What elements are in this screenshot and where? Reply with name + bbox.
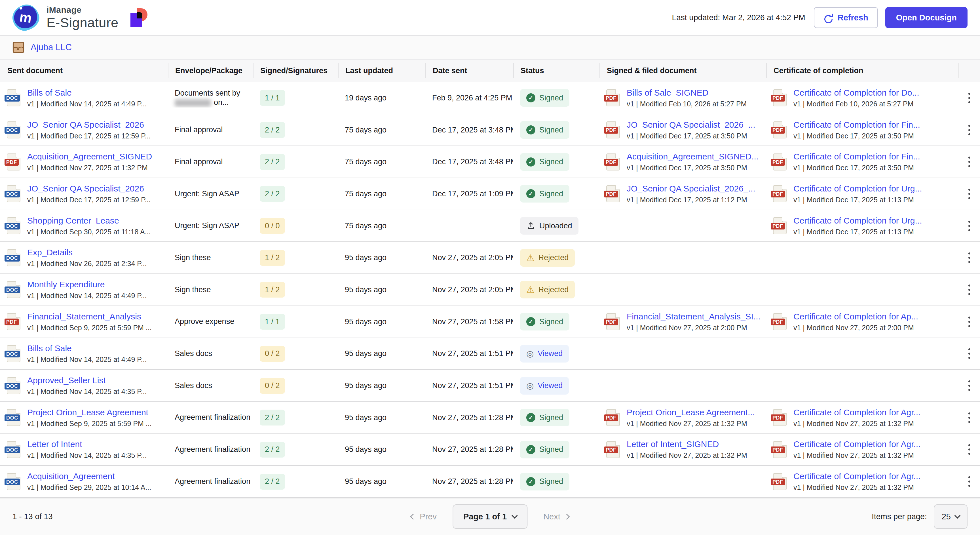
signatures-cell: 0 / 2: [253, 378, 338, 394]
pdf-file-icon: PDF: [773, 89, 787, 107]
signatures-count-badge: 2 / 2: [260, 409, 285, 425]
document-link[interactable]: Certificate of Completion for Fin...: [794, 152, 920, 161]
document-link[interactable]: Approved_Seller List: [27, 376, 147, 385]
document-link[interactable]: Shopping Center_Lease: [27, 216, 151, 226]
row-menu-button[interactable]: [958, 252, 980, 263]
chevron-down-icon: [955, 513, 961, 519]
signatures-count-badge: 2 / 2: [260, 474, 285, 490]
envelope-package-cell: Sign these: [168, 285, 253, 295]
document-link[interactable]: Certificate of Completion for Urg...: [794, 216, 922, 226]
document-link[interactable]: JO_Senior QA Specialist_2026_...: [627, 184, 756, 193]
document-link[interactable]: Bills of Sale_SIGNED: [627, 88, 747, 97]
document-link[interactable]: Certificate of Completion for Urg...: [794, 184, 922, 193]
document-link[interactable]: Certificate of Completion for Fin...: [794, 120, 920, 130]
document-link[interactable]: Project Orion_Lease Agreement: [27, 408, 152, 417]
envelope-name: Agreement finalization: [175, 413, 250, 422]
pdf-file-icon: PDF: [773, 409, 787, 426]
row-menu-button[interactable]: [958, 157, 980, 167]
open-docusign-button[interactable]: Open Docusign: [885, 7, 967, 28]
row-menu-button[interactable]: [958, 317, 980, 327]
document-link[interactable]: Acquisition_Agreement_SIGNED...: [627, 152, 759, 161]
doc-file-icon: DOC: [7, 409, 21, 426]
status-badge-signed: ✓Signed: [520, 441, 570, 459]
document-link[interactable]: Certificate of Completion for Agr...: [794, 471, 921, 481]
status-cell: ⚠Rejected: [513, 249, 600, 267]
envelope-package-cell: Sign these: [168, 253, 253, 263]
document-link[interactable]: Exp_Details: [27, 248, 147, 257]
app-title: E-Signature: [46, 15, 119, 30]
breadcrumb-workspace-link[interactable]: Ajuba LLC: [30, 42, 72, 53]
status-badge-signed: ✓Signed: [520, 185, 570, 202]
status-label: Signed: [539, 126, 563, 134]
document-meta: v1 | Modified Dec 17, 2025 at 12:59 P...: [27, 196, 151, 204]
table-header-row: Sent documentEnvelope/PackageSigned/Sign…: [0, 60, 980, 82]
last-updated-value: 75 days ago: [345, 189, 387, 198]
row-menu-button[interactable]: [958, 381, 980, 391]
date-sent-value: Nov 27, 2025 at 1:28 PM: [432, 445, 513, 454]
row-menu-button[interactable]: [958, 221, 980, 231]
document-link[interactable]: Acquisition_Agreement_SIGNED: [27, 152, 152, 161]
doc-file-icon: DOC: [7, 121, 21, 139]
imanage-logo-icon: m: [13, 5, 39, 30]
signatures-cell: 1 / 1: [253, 90, 338, 106]
document-link[interactable]: Certificate of Completion for Agr...: [794, 408, 921, 417]
certificate-of-completion-cell: PDFCertificate of Completion for Agr...v…: [766, 439, 958, 460]
signatures-cell: 2 / 2: [253, 122, 338, 138]
document-link[interactable]: Bills of Sale: [27, 88, 147, 97]
items-per-page-dropdown[interactable]: 25: [934, 504, 967, 529]
document-link[interactable]: Certificate of Completion for Ap...: [794, 312, 918, 322]
row-menu-button[interactable]: [958, 125, 980, 135]
document-meta: v1 | Modified Nov 27, 2025 at 1:32 PM: [794, 420, 921, 428]
next-page-button[interactable]: Next: [543, 512, 569, 521]
status-cell: ✓Signed: [513, 441, 600, 459]
last-updated-cell: 95 days ago: [338, 349, 425, 358]
column-header-date-sent: Date sent: [425, 63, 513, 78]
workspace-icon: [13, 41, 24, 53]
envelope-line2: on...: [175, 98, 240, 108]
document-link[interactable]: JO_Senior QA Specialist_2026: [27, 184, 151, 193]
doc-file-icon: DOC: [7, 441, 21, 458]
row-menu-button[interactable]: [958, 444, 980, 455]
refresh-button[interactable]: Refresh: [814, 7, 878, 28]
document-link[interactable]: Financial_Statement_Analysis: [27, 312, 152, 322]
page-select-dropdown[interactable]: Page 1 of 1: [453, 504, 527, 529]
prev-page-button[interactable]: Prev: [411, 512, 437, 521]
signed-filed-document-cell: PDFProject Orion_Lease Agreement...v1 | …: [600, 408, 766, 428]
envelope-name: Urgent: Sign ASAP: [175, 221, 239, 231]
pdf-file-icon: PDF: [606, 153, 620, 170]
document-link[interactable]: Bills of Sale: [27, 344, 147, 353]
row-menu-button[interactable]: [958, 189, 980, 199]
sent-document-cell: DOCJO_Senior QA Specialist_2026v1 | Modi…: [0, 120, 168, 140]
envelope-package-cell: Final approval: [168, 157, 253, 167]
document-link[interactable]: Acquisition_Agreement: [27, 471, 151, 481]
status-badge-viewed: ◎Viewed: [520, 377, 569, 395]
signatures-count-badge: 0 / 2: [260, 346, 285, 362]
row-menu-button[interactable]: [958, 412, 980, 423]
document-link[interactable]: Certificate of Completion for Agr...: [794, 439, 921, 449]
document-link[interactable]: Monthly Expenditure: [27, 280, 147, 289]
row-menu-button[interactable]: [958, 285, 980, 295]
chevron-down-icon: [512, 513, 517, 519]
status-badge-signed: ✓Signed: [520, 473, 570, 490]
eye-icon: ◎: [526, 382, 534, 390]
date-sent-cell: Dec 17, 2025 at 1:09 PM: [425, 189, 513, 198]
envelope-package-cell: Final approval: [168, 125, 253, 135]
document-meta: v1 | Modified Dec 17, 2025 at 3:50 PM: [794, 132, 920, 140]
document-link[interactable]: Letter of Intent: [27, 439, 147, 449]
signed-filed-document-cell: PDFJO_Senior QA Specialist_2026_...v1 | …: [600, 120, 766, 140]
date-sent-cell: Nov 27, 2025 at 1:28 PM: [425, 413, 513, 422]
document-link[interactable]: Letter of Intent_SIGNED: [627, 439, 747, 449]
row-actions-cell: [958, 189, 980, 199]
document-link[interactable]: Project Orion_Lease Agreement...: [627, 408, 755, 417]
status-label: Rejected: [538, 285, 569, 294]
row-menu-button[interactable]: [958, 93, 980, 103]
document-link[interactable]: Certificate of Completion for Do...: [794, 88, 919, 97]
document-link[interactable]: Financial_Statement_Analysis_SI...: [627, 312, 760, 322]
envelope-name: Agreement finalization: [175, 445, 250, 454]
document-link[interactable]: JO_Senior QA Specialist_2026_...: [627, 120, 756, 130]
row-menu-button[interactable]: [958, 476, 980, 487]
document-link[interactable]: JO_Senior QA Specialist_2026: [27, 120, 151, 130]
row-menu-button[interactable]: [958, 348, 980, 359]
envelope-package-cell: Agreement finalization: [168, 445, 253, 454]
status-cell: ✓Signed: [513, 89, 600, 107]
